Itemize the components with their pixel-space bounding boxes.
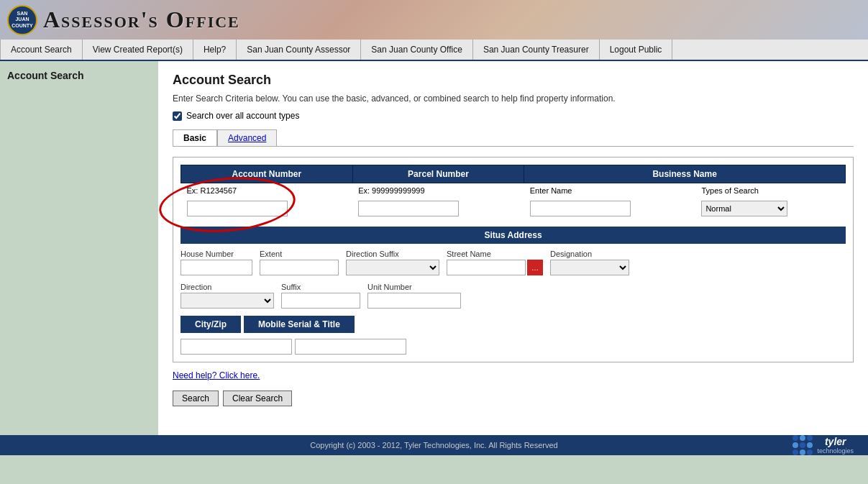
nav-account-search[interactable]: Account Search xyxy=(0,40,83,60)
col-business-name: Business Name xyxy=(524,165,846,183)
types-of-search-select[interactable]: Normal Begins With Contains Exact xyxy=(701,201,787,216)
extent-label: Extent xyxy=(260,250,339,258)
direction-suffix-select[interactable]: NSEW NENWSESW xyxy=(346,260,439,275)
tyler-brand-sub: technologies xyxy=(817,447,854,455)
direction-label: Direction xyxy=(181,283,274,291)
content-area: Account Search Enter Search Criteria bel… xyxy=(158,61,868,435)
situs-address-header: Situs Address xyxy=(181,227,846,244)
mobile-header: Mobile Serial & Title xyxy=(244,316,355,333)
header-banner: SANJUANCOUNTY Assessor's Office xyxy=(0,0,868,40)
header-title: Assessor's Office xyxy=(43,6,240,33)
direction-select[interactable]: NSEW NENWSESW xyxy=(181,293,274,309)
tyler-dots xyxy=(792,435,813,455)
suffix-label: Suffix xyxy=(281,283,360,291)
logo-area: SANJUANCOUNTY Assessor's Office xyxy=(7,5,240,35)
basic-search-table: Account Number Parcel Number Business Na… xyxy=(181,165,846,219)
direction-suffix-label: Direction Suffix xyxy=(346,250,439,258)
house-number-input[interactable] xyxy=(181,260,252,275)
nav-office[interactable]: San Juan County Office xyxy=(361,40,473,60)
business-name-input[interactable] xyxy=(530,201,631,216)
sidebar-title: Account Search xyxy=(7,70,151,81)
direction-suffix-group: Direction Suffix NSEW NENWSESW xyxy=(346,250,439,275)
extent-input[interactable] xyxy=(260,260,339,275)
tyler-dot-9 xyxy=(807,449,813,455)
designation-select[interactable]: STAVEBLVDDRLN xyxy=(550,260,629,275)
situs-row-1: House Number Extent Direction Suffix NSE… xyxy=(181,250,846,275)
clear-search-button[interactable]: Clear Search xyxy=(223,391,292,406)
tab-advanced[interactable]: Advanced xyxy=(217,129,277,146)
checkbox-row: Search over all account types xyxy=(173,111,854,121)
street-name-button[interactable]: … xyxy=(527,260,543,275)
unit-number-group: Unit Number xyxy=(367,283,461,309)
street-name-group: Street Name … xyxy=(447,250,543,275)
tab-basic[interactable]: Basic xyxy=(173,129,217,146)
nav-help[interactable]: Help? xyxy=(193,40,237,60)
unit-number-input[interactable] xyxy=(367,293,461,309)
suffix-input[interactable] xyxy=(281,293,360,309)
situs-address-section: Situs Address House Number Extent Direct… xyxy=(181,227,846,309)
checkbox-label: Search over all account types xyxy=(186,111,299,121)
nav-treasurer[interactable]: San Juan County Treasurer xyxy=(473,40,600,60)
account-number-input[interactable] xyxy=(187,201,288,216)
nav-assessor[interactable]: San Juan County Assessor xyxy=(237,40,361,60)
help-link[interactable]: Need help? Click here. xyxy=(173,370,260,380)
tyler-dot-4 xyxy=(792,442,798,448)
mobile-serial-input[interactable] xyxy=(295,339,406,355)
street-name-wrapper: … xyxy=(447,260,543,275)
navbar: Account Search View Created Report(s) He… xyxy=(0,40,868,61)
tyler-dot-1 xyxy=(792,435,798,441)
designation-label: Designation xyxy=(550,250,629,258)
col-parcel-number: Parcel Number xyxy=(352,165,524,183)
buttons-row: Search Clear Search xyxy=(173,391,854,406)
search-form: Account Number Parcel Number Business Na… xyxy=(173,157,854,362)
tyler-dot-6 xyxy=(807,442,813,448)
house-number-label: House Number xyxy=(181,250,252,258)
page-title: Account Search xyxy=(173,73,854,88)
nav-view-reports[interactable]: View Created Report(s) xyxy=(83,40,193,60)
suffix-group: Suffix xyxy=(281,283,360,309)
city-mobile-section: City/Zip Mobile Serial & Title xyxy=(181,316,846,355)
tyler-dot-8 xyxy=(800,449,805,455)
direction-group: Direction NSEW NENWSESW xyxy=(181,283,274,309)
tyler-dot-7 xyxy=(792,449,798,455)
unit-number-label: Unit Number xyxy=(367,283,461,291)
tabs: Basic Advanced xyxy=(173,129,854,147)
logo-badge: SANJUANCOUNTY xyxy=(7,5,37,35)
page-description: Enter Search Criteria below. You can use… xyxy=(173,93,854,104)
copyright-text: Copyright (c) 2003 - 2012, Tyler Technol… xyxy=(310,441,557,449)
search-button[interactable]: Search xyxy=(173,391,219,406)
house-number-group: House Number xyxy=(181,250,252,275)
tyler-dot-5 xyxy=(800,442,805,448)
main-layout: Account Search Account Search Enter Sear… xyxy=(0,61,868,435)
city-zip-input[interactable] xyxy=(181,339,292,355)
nav-logout[interactable]: Logout Public xyxy=(600,40,673,60)
parcel-number-input[interactable] xyxy=(358,201,459,216)
tyler-dot-2 xyxy=(800,435,805,441)
tyler-brand-name: tyler xyxy=(825,436,846,447)
types-of-search-label: Types of Search xyxy=(695,183,845,198)
account-number-hint: Ex: R1234567 xyxy=(181,183,353,198)
city-zip-header: City/Zip xyxy=(181,316,241,333)
extent-group: Extent xyxy=(260,250,339,275)
footer: Copyright (c) 2003 - 2012, Tyler Technol… xyxy=(0,435,868,455)
tyler-brand: tyler technologies xyxy=(817,436,854,455)
business-name-hint: Enter Name xyxy=(524,183,696,198)
tyler-logo: tyler technologies xyxy=(792,435,854,455)
situs-row-2: Direction NSEW NENWSESW Suffix Unit Numb… xyxy=(181,283,846,309)
designation-group: Designation STAVEBLVDDRLN xyxy=(550,250,629,275)
street-name-label: Street Name xyxy=(447,250,543,258)
col-account-number: Account Number xyxy=(181,165,353,183)
search-all-types-checkbox[interactable] xyxy=(173,111,182,121)
sidebar: Account Search xyxy=(0,61,158,435)
street-name-input[interactable] xyxy=(447,260,526,275)
tyler-dot-3 xyxy=(807,435,813,441)
parcel-number-hint: Ex: 999999999999 xyxy=(352,183,524,198)
